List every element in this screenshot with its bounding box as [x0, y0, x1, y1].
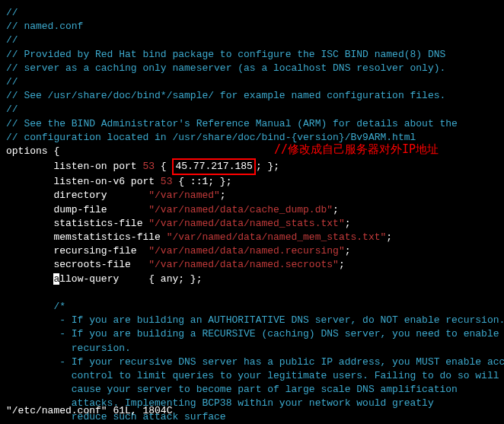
listen-v6-line: listen-on-v6 port 53 { ::1; }; — [6, 175, 498, 189]
secroots-line: secroots-file "/var/named/data/named.sec… — [6, 258, 498, 272]
vim-status-line: "/etc/named.conf" 61L, 1804C — [6, 404, 172, 418]
comment-line: // — [6, 103, 498, 116]
comment-line: // — [6, 33, 498, 47]
comment-line: // — [6, 75, 498, 89]
ip-highlight-box: 45.77.217.185 — [172, 158, 255, 175]
allow-query-line: allow-query { any; }; — [6, 273, 498, 286]
comment-line: // server as a caching only nameserver (… — [6, 62, 498, 75]
annotation-text: //修改成自己服务器对外IP地址 — [274, 142, 439, 158]
block-comment-line: - If your recursive DNS server has a pub… — [6, 355, 498, 369]
comment-line: // Provided by Red Hat bind package to c… — [6, 48, 498, 62]
block-comment-line: - If you are building a RECURSIVE (cachi… — [6, 327, 498, 341]
block-comment-line: cause your server to become part of larg… — [6, 383, 498, 397]
editor-content[interactable]: // // named.conf // // Provided by Red H… — [6, 6, 498, 424]
comment-line: // See /usr/share/doc/bind*/sample/ for … — [6, 89, 498, 103]
block-comment-line: recursion. — [6, 342, 498, 355]
directory-line: directory "/var/named"; — [6, 189, 498, 202]
comment-line: // — [6, 6, 498, 20]
listen-on-line: listen-on port 53 { 45.77.217.185; }; — [6, 158, 498, 175]
recursing-line: recursing-file "/var/named/data/named.re… — [6, 244, 498, 258]
empty-line — [6, 286, 498, 300]
memstats-line: memstatistics-file "/var/named/data/name… — [6, 231, 498, 244]
comment-line: // named.conf — [6, 20, 498, 33]
block-comment-line: - If you are building an AUTHORITATIVE D… — [6, 314, 498, 327]
stats-file-line: statistics-file "/var/named/data/named_s… — [6, 217, 498, 231]
block-comment-open: /* — [6, 300, 498, 314]
comment-line: // See the BIND Administrator's Referenc… — [6, 117, 498, 131]
dump-file-line: dump-file "/var/named/data/cache_dump.db… — [6, 203, 498, 217]
block-comment-line: control to limit queries to your legitim… — [6, 369, 498, 383]
